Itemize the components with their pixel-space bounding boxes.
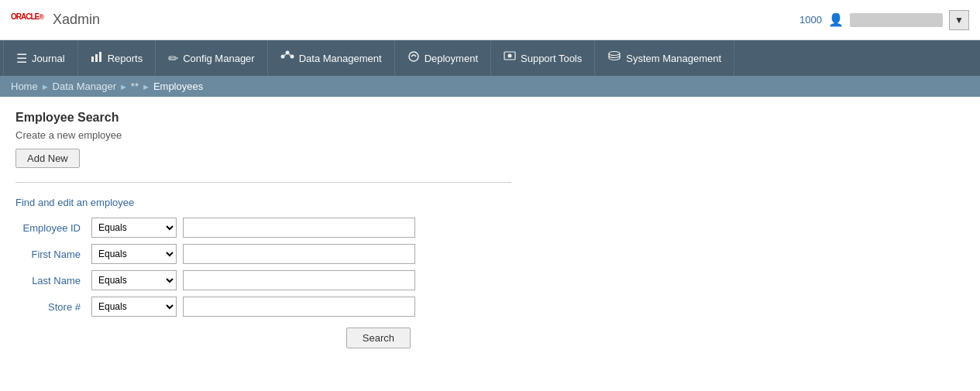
data-management-icon	[280, 50, 294, 66]
user-icon: 👤	[828, 12, 844, 27]
nav-item-config-manager[interactable]: ✏ Config Manager	[156, 40, 268, 76]
last-name-operator[interactable]: Equals Contains Starts With Not Equals	[91, 270, 177, 290]
search-button[interactable]: Search	[346, 328, 411, 348]
logo-area: ORACLE® Xadmin	[11, 10, 100, 30]
journal-icon: ☰	[16, 51, 27, 66]
breadcrumb-home[interactable]: Home	[11, 81, 38, 92]
breadcrumb-current: Employees	[153, 81, 203, 92]
top-header: ORACLE® Xadmin 1000 👤 ▼	[0, 0, 980, 40]
breadcrumb: Home ► Data Manager ► ** ► Employees	[0, 76, 980, 97]
svg-point-11	[609, 52, 620, 56]
nav-item-journal-label: Journal	[32, 53, 65, 64]
user-id: 1000	[799, 14, 822, 26]
nav-item-system-management-label: System Management	[626, 53, 721, 64]
main-content: Employee Search Create a new employee Ad…	[0, 97, 980, 362]
nav-bar: ☰ Journal Reports ✏ Config Manager Data …	[0, 40, 980, 76]
deployment-icon	[407, 50, 420, 66]
employee-id-input[interactable]	[183, 218, 415, 238]
nav-item-deployment-label: Deployment	[425, 53, 478, 64]
employee-id-row: Employee ID Equals Contains Starts With …	[15, 218, 965, 238]
svg-point-8	[409, 52, 418, 61]
breadcrumb-sep-1: ►	[41, 82, 50, 91]
breadcrumb-wildcard[interactable]: **	[131, 81, 139, 92]
oracle-logo-text: ORACLE	[11, 12, 39, 20]
last-name-row: Last Name Equals Contains Starts With No…	[15, 270, 965, 290]
section-divider	[15, 182, 511, 183]
store-number-label: Store #	[15, 301, 85, 313]
nav-item-support-tools[interactable]: Support Tools	[491, 40, 595, 76]
first-name-label: First Name	[15, 249, 85, 260]
breadcrumb-data-manager[interactable]: Data Manager	[53, 81, 116, 92]
nav-item-data-management[interactable]: Data Management	[268, 40, 395, 76]
user-name-bar	[850, 13, 943, 27]
svg-line-6	[284, 54, 285, 56]
breadcrumb-sep-2: ►	[119, 82, 128, 91]
create-subtitle: Create a new employee	[15, 129, 965, 141]
search-button-row: Search	[15, 328, 411, 348]
svg-point-3	[280, 55, 284, 59]
svg-point-5	[290, 55, 294, 59]
breadcrumb-sep-3: ►	[142, 82, 150, 91]
nav-item-deployment[interactable]: Deployment	[395, 40, 491, 76]
nav-item-config-manager-label: Config Manager	[183, 53, 255, 64]
find-section-label: Find and edit an employee	[15, 197, 965, 208]
svg-point-10	[508, 54, 512, 58]
store-number-operator[interactable]: Equals Contains Starts With Not Equals	[91, 297, 177, 317]
nav-item-support-tools-label: Support Tools	[521, 53, 582, 64]
svg-rect-2	[99, 52, 101, 62]
reports-icon	[91, 50, 103, 66]
employee-id-label: Employee ID	[15, 222, 85, 234]
trademark: ®	[39, 12, 43, 20]
top-right: 1000 👤 ▼	[799, 10, 969, 30]
oracle-logo: ORACLE®	[11, 10, 43, 30]
employee-id-operator[interactable]: Equals Contains Starts With Not Equals	[91, 218, 177, 238]
svg-rect-1	[95, 54, 98, 62]
nav-item-reports[interactable]: Reports	[78, 40, 156, 76]
support-tools-icon	[504, 50, 516, 66]
nav-item-journal[interactable]: ☰ Journal	[3, 40, 78, 76]
add-new-button[interactable]: Add New	[15, 149, 80, 168]
store-number-input[interactable]	[183, 297, 415, 317]
nav-item-reports-label: Reports	[108, 53, 143, 64]
first-name-operator[interactable]: Equals Contains Starts With Not Equals	[91, 244, 177, 264]
nav-item-data-management-label: Data Management	[299, 53, 382, 64]
search-form: Employee ID Equals Contains Starts With …	[15, 218, 965, 348]
store-number-row: Store # Equals Contains Starts With Not …	[15, 297, 965, 317]
svg-rect-0	[91, 57, 94, 62]
header-dropdown-arrow[interactable]: ▼	[949, 10, 969, 30]
last-name-label: Last Name	[15, 275, 85, 286]
last-name-input[interactable]	[183, 270, 415, 290]
app-name: Xadmin	[53, 12, 100, 28]
nav-item-system-management[interactable]: System Management	[595, 40, 734, 76]
first-name-input[interactable]	[183, 244, 415, 264]
page-title: Employee Search	[15, 111, 965, 125]
system-management-icon	[607, 50, 621, 66]
svg-line-7	[289, 54, 290, 56]
first-name-row: First Name Equals Contains Starts With N…	[15, 244, 965, 264]
svg-point-4	[285, 51, 289, 55]
config-manager-icon: ✏	[168, 51, 178, 66]
